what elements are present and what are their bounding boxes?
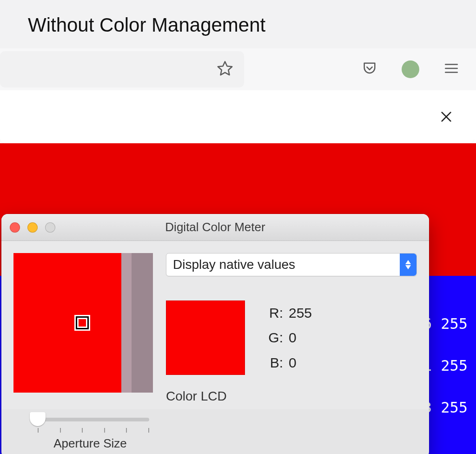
- slider-label: Aperture Size: [13, 436, 153, 451]
- color-meter-window[interactable]: Digital Color Meter Display native value…: [1, 214, 429, 454]
- browser-toolbar: [0, 48, 476, 90]
- notification-bar: [0, 92, 474, 143]
- pocket-icon[interactable]: [362, 60, 377, 78]
- svg-marker-7: [405, 265, 411, 269]
- dropdown-value: Display native values: [173, 257, 295, 272]
- magnifier-view: [13, 253, 153, 393]
- window-title: Digital Color Meter: [1, 220, 429, 234]
- r-value: 255: [283, 300, 311, 325]
- star-icon[interactable]: [216, 60, 234, 79]
- close-icon[interactable]: [439, 109, 454, 126]
- svg-marker-6: [405, 260, 411, 264]
- svg-marker-0: [218, 61, 232, 75]
- blue-text-3: 3 255: [423, 399, 468, 416]
- magnifier-cursor: [76, 316, 89, 329]
- page-header: Without Color Management: [0, 0, 476, 48]
- page-title: Without Color Management: [28, 14, 476, 36]
- aperture-slider[interactable]: [13, 415, 153, 427]
- aperture-slider-area: Aperture Size: [13, 415, 153, 454]
- g-value: 0: [283, 325, 311, 350]
- rgb-readout: R:255 G:0 B:0: [262, 300, 311, 375]
- chevron-up-down-icon: [400, 254, 416, 276]
- blue-text-1: 6 255: [423, 315, 468, 333]
- color-space-dropdown[interactable]: Display native values: [166, 253, 417, 276]
- display-name: Color LCD: [166, 389, 417, 404]
- b-value: 0: [283, 350, 311, 375]
- sampled-color-swatch: [166, 300, 245, 375]
- blue-text-2: 1 255: [423, 357, 468, 374]
- window-titlebar[interactable]: Digital Color Meter: [1, 214, 429, 241]
- url-bar[interactable]: [0, 51, 244, 87]
- avatar[interactable]: [402, 60, 419, 78]
- menu-icon[interactable]: [443, 60, 459, 78]
- slider-thumb[interactable]: [30, 412, 46, 426]
